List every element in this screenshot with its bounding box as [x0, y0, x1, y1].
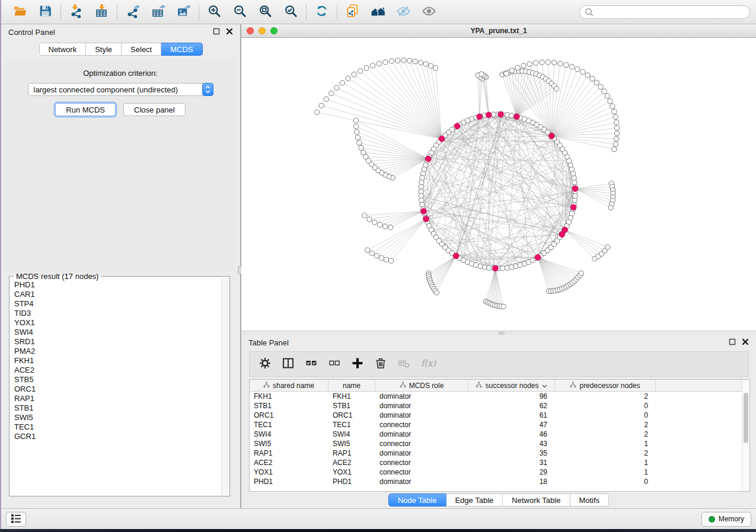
cell-mcds-role[interactable]: dominator: [375, 477, 468, 486]
cell-successor-nodes[interactable]: 35: [468, 449, 555, 457]
cell-shared-name[interactable]: ORC1: [250, 411, 328, 419]
cell-successor-nodes[interactable]: 96: [468, 392, 555, 400]
mcds-result-item[interactable]: SRD1: [14, 337, 221, 347]
cell-predecessor-nodes[interactable]: 0: [555, 411, 656, 419]
tab-motifs[interactable]: Motifs: [570, 493, 609, 507]
maximize-window-icon[interactable]: [270, 27, 277, 34]
table-scrollbar[interactable]: [742, 380, 749, 491]
cell-mcds-role[interactable]: dominator: [375, 392, 468, 400]
cell-predecessor-nodes[interactable]: 2: [555, 392, 656, 400]
cell-name[interactable]: ORC1: [328, 411, 375, 419]
mcds-result-item[interactable]: CAR1: [14, 290, 221, 299]
cell-successor-nodes[interactable]: 43: [468, 440, 555, 448]
close-table-panel-icon[interactable]: [742, 338, 749, 347]
cell-name[interactable]: ACE2: [328, 459, 375, 467]
mcds-result-item[interactable]: SWI4: [14, 328, 221, 337]
cell-shared-name[interactable]: TEC1: [250, 421, 328, 429]
cell-shared-name[interactable]: SWI4: [250, 430, 328, 438]
cell-shared-name[interactable]: ACE2: [250, 459, 328, 467]
cell-successor-nodes[interactable]: 18: [468, 477, 555, 486]
save-session-button[interactable]: [33, 2, 58, 22]
table-row[interactable]: STB1STB1dominator620: [250, 401, 749, 411]
mcds-result-item[interactable]: PHD1: [14, 280, 221, 290]
tab-network-table[interactable]: Network Table: [503, 493, 570, 507]
tab-select[interactable]: Select: [122, 43, 161, 56]
cell-mcds-role[interactable]: connector: [375, 459, 468, 467]
tab-mcds[interactable]: MCDS: [161, 43, 202, 56]
close-window-icon[interactable]: [247, 27, 254, 34]
table-row[interactable]: ORC1ORC1dominator610: [250, 411, 749, 420]
select-all-rows-button[interactable]: [305, 357, 318, 371]
table-row[interactable]: ACE2ACE2connector311: [250, 458, 749, 467]
cell-successor-nodes[interactable]: 47: [468, 421, 555, 429]
cell-predecessor-nodes[interactable]: 0: [555, 477, 656, 486]
column-header-mcds-role[interactable]: MCDS role: [375, 380, 468, 391]
mcds-result-item[interactable]: TEC1: [14, 422, 221, 432]
cell-mcds-role[interactable]: dominator: [375, 430, 468, 438]
mcds-result-item[interactable]: STP4: [14, 299, 221, 309]
column-header-shared-name[interactable]: shared name: [250, 380, 328, 391]
network-titlebar[interactable]: YPA_prune.txt_1: [241, 24, 756, 38]
mcds-result-item[interactable]: TID3: [14, 309, 221, 318]
export-network-button[interactable]: [120, 2, 145, 22]
mcds-result-item[interactable]: STB5: [14, 375, 221, 384]
cell-successor-nodes[interactable]: 62: [468, 402, 555, 410]
table-row[interactable]: TEC1TEC1connector472: [250, 420, 749, 430]
table-row[interactable]: RAP1RAP1dominator352: [250, 448, 749, 458]
cell-shared-name[interactable]: FKH1: [250, 392, 328, 400]
deselect-all-rows-button[interactable]: [328, 357, 341, 371]
cell-predecessor-nodes[interactable]: 2: [555, 449, 656, 457]
column-settings-button[interactable]: [259, 357, 272, 371]
mcds-result-item[interactable]: PMA2: [14, 347, 221, 356]
criterion-dropdown[interactable]: largest connected component (undirected): [28, 83, 213, 96]
mcds-result-item[interactable]: ORC1: [14, 384, 221, 394]
cell-name[interactable]: SWI5: [328, 440, 375, 448]
cell-shared-name[interactable]: STB1: [250, 402, 328, 410]
tab-node-table[interactable]: Node Table: [388, 493, 446, 507]
cell-mcds-role[interactable]: dominator: [375, 449, 468, 457]
table-row[interactable]: PHD1PHD1dominator180: [250, 477, 749, 486]
close-panel-button[interactable]: Close panel: [123, 103, 186, 116]
cell-predecessor-nodes[interactable]: 1: [555, 468, 656, 476]
hide-graphics-details-button[interactable]: [391, 2, 416, 22]
cell-predecessor-nodes[interactable]: 2: [555, 430, 656, 438]
run-mcds-button[interactable]: Run MCDS: [55, 103, 116, 116]
cell-mcds-role[interactable]: connector: [375, 421, 468, 429]
cell-shared-name[interactable]: RAP1: [250, 449, 328, 457]
float-panel-icon[interactable]: [213, 28, 220, 37]
cell-name[interactable]: SWI4: [328, 430, 375, 438]
cell-successor-nodes[interactable]: 31: [468, 459, 555, 467]
copy-network-button[interactable]: [340, 2, 365, 22]
cell-shared-name[interactable]: YOX1: [250, 468, 328, 476]
import-table-button[interactable]: [89, 2, 114, 22]
mcds-result-item[interactable]: GCR1: [14, 432, 221, 441]
table-row[interactable]: SWI4SWI4dominator462: [250, 430, 749, 439]
cell-mcds-role[interactable]: dominator: [375, 411, 468, 419]
zoom-selected-button[interactable]: [278, 2, 304, 22]
search-input[interactable]: [579, 5, 750, 19]
memory-button[interactable]: Memory: [701, 512, 751, 527]
cell-mcds-role[interactable]: dominator: [375, 402, 468, 410]
refresh-network-button[interactable]: [309, 2, 334, 22]
cell-predecessor-nodes[interactable]: 1: [555, 440, 656, 448]
zoom-out-button[interactable]: [227, 2, 253, 22]
cell-successor-nodes[interactable]: 29: [468, 468, 555, 476]
cell-mcds-role[interactable]: connector: [375, 468, 468, 476]
cell-predecessor-nodes[interactable]: 0: [555, 402, 656, 410]
tab-edge-table[interactable]: Edge Table: [446, 493, 503, 507]
cell-name[interactable]: PHD1: [328, 477, 375, 486]
table-row[interactable]: YOX1YOX1connector291: [250, 467, 749, 477]
network-graph-canvas[interactable]: [241, 39, 756, 331]
column-header-successor-nodes[interactable]: successor nodes: [468, 380, 555, 391]
cell-name[interactable]: YOX1: [328, 468, 375, 476]
toggle-panes-button[interactable]: [282, 357, 295, 371]
column-header-name[interactable]: name: [328, 380, 375, 391]
cell-predecessor-nodes[interactable]: 2: [555, 421, 656, 429]
mcds-result-item[interactable]: FKH1: [14, 356, 221, 366]
add-column-button[interactable]: [351, 357, 364, 371]
column-header-predecessor-nodes[interactable]: predecessor nodes: [555, 380, 656, 391]
import-network-button[interactable]: [63, 2, 89, 22]
float-table-panel-icon[interactable]: [729, 338, 736, 347]
result-scrollbar[interactable]: [221, 277, 229, 495]
delete-column-button[interactable]: [374, 357, 387, 371]
